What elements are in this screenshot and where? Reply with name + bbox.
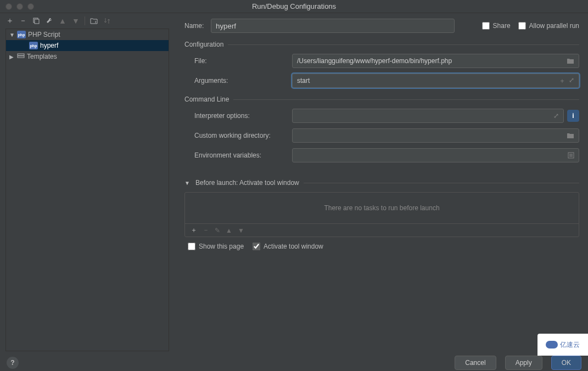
list-icon[interactable] <box>568 152 574 159</box>
templates-icon <box>17 53 25 60</box>
zoom-window-icon[interactable] <box>27 3 34 10</box>
window-title: Run/Debug Configurations <box>252 2 336 10</box>
parallel-checkbox[interactable]: Allow parallel run <box>518 22 579 30</box>
chevron-right-icon: ▶ <box>9 54 15 60</box>
svg-rect-2 <box>18 54 24 55</box>
down-icon: ▼ <box>238 227 244 234</box>
window-controls <box>0 3 34 10</box>
env-label: Environment variables: <box>194 151 292 159</box>
activate-tool-checkbox[interactable]: Activate tool window <box>253 243 323 250</box>
minimize-window-icon[interactable] <box>16 3 23 10</box>
apply-button[interactable]: Apply <box>505 356 542 370</box>
add-icon[interactable]: ＋ <box>4 15 15 26</box>
before-launch-box: There are no tasks to run before launch … <box>184 192 579 237</box>
titlebar: Run/Debug Configurations <box>0 0 588 13</box>
add-icon[interactable]: ＋ <box>559 76 565 86</box>
info-icon[interactable]: i <box>567 110 579 122</box>
arguments-input[interactable]: start ＋⤢ <box>292 74 579 88</box>
tree-label: hyperf <box>40 42 58 49</box>
tree-label: Templates <box>27 53 57 60</box>
main-panel: Name: Share Allow parallel run Configura… <box>175 13 588 355</box>
tree-label: PHP Script <box>28 31 60 38</box>
cloud-icon <box>546 341 558 348</box>
cancel-button[interactable]: Cancel <box>455 356 496 370</box>
cwd-label: Custom working directory: <box>194 132 292 139</box>
cwd-input[interactable] <box>292 128 579 143</box>
before-launch-empty: There are no tasks to run before launch <box>185 193 579 223</box>
remove-icon[interactable]: － <box>18 15 29 26</box>
close-window-icon[interactable] <box>5 3 12 10</box>
section-before-launch[interactable]: ▼ Before launch: Activate tool window <box>184 179 579 187</box>
php-icon: php <box>29 42 38 49</box>
expand-icon[interactable]: ⤢ <box>553 112 559 120</box>
php-icon: php <box>17 31 26 38</box>
watermark: 亿速云 <box>537 334 588 356</box>
copy-icon[interactable] <box>31 15 42 26</box>
chevron-down-icon: ▼ <box>9 32 15 38</box>
svg-rect-3 <box>18 56 24 58</box>
sort-icon <box>102 15 113 26</box>
interpreter-input[interactable]: ⤢ <box>292 109 564 123</box>
configurations-tree[interactable]: ▼ php PHP Script php hyperf ▶ Templates <box>5 29 169 351</box>
interpreter-label: Interpreter options: <box>194 112 292 120</box>
file-input[interactable]: /Users/liangguifeng/www/hyperf-demo/bin/… <box>292 54 579 68</box>
arguments-label: Arguments: <box>194 77 292 85</box>
up-icon: ▲ <box>57 15 68 26</box>
name-input[interactable] <box>211 19 455 33</box>
up-icon: ▲ <box>226 227 232 234</box>
down-icon: ▼ <box>70 15 81 26</box>
share-checkbox[interactable]: Share <box>482 22 511 30</box>
file-label: File: <box>194 57 292 65</box>
env-input[interactable] <box>292 148 579 162</box>
chevron-down-icon: ▼ <box>184 180 191 186</box>
tree-node-hyperf[interactable]: php hyperf <box>6 40 169 51</box>
name-label: Name: <box>184 22 211 30</box>
section-commandline: Command Line <box>184 95 579 103</box>
svg-rect-1 <box>35 19 39 24</box>
ok-button[interactable]: OK <box>551 356 581 370</box>
remove-icon: － <box>203 226 209 235</box>
sidebar: ＋ － ▲ ▼ ▼ php PHP Script php hyperf ▶ <box>0 13 175 355</box>
help-icon[interactable]: ? <box>7 357 19 369</box>
show-page-checkbox[interactable]: Show this page <box>188 243 244 250</box>
before-launch-toolbar: ＋ － ✎ ▲ ▼ <box>185 223 579 237</box>
wrench-icon[interactable] <box>44 15 55 26</box>
tree-node-templates[interactable]: ▶ Templates <box>6 51 169 62</box>
expand-icon[interactable]: ⤢ <box>569 76 574 86</box>
edit-icon: ✎ <box>215 227 220 234</box>
add-icon[interactable]: ＋ <box>191 226 197 235</box>
browse-folder-icon[interactable] <box>567 58 574 64</box>
sidebar-toolbar: ＋ － ▲ ▼ <box>0 13 175 29</box>
folder-move-icon[interactable] <box>88 15 99 26</box>
separator <box>85 16 85 25</box>
tree-node-php-script[interactable]: ▼ php PHP Script <box>6 29 169 40</box>
section-configuration: Configuration <box>184 41 579 48</box>
footer: ? Cancel Apply OK <box>0 355 588 371</box>
browse-folder-icon[interactable] <box>567 132 574 139</box>
